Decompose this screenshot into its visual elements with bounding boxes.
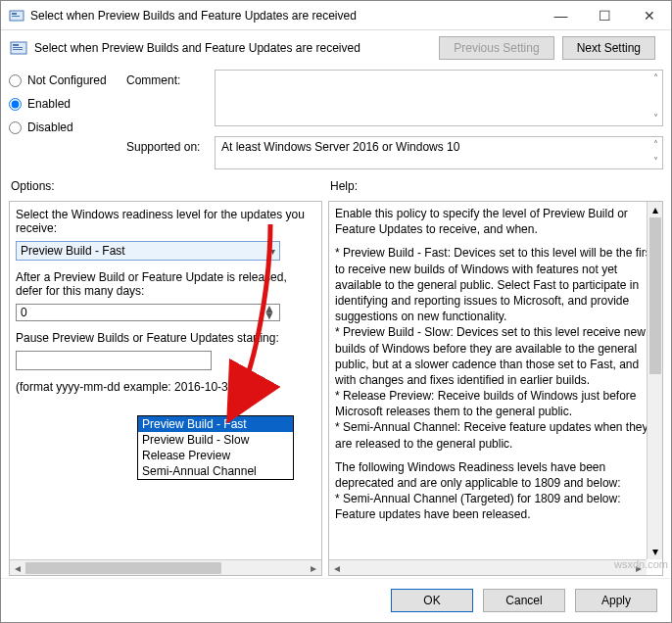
ok-button[interactable]: OK [391, 589, 473, 612]
dialog-footer: OK Cancel Apply [1, 578, 671, 622]
pause-label: Pause Preview Builds or Feature Updates … [16, 331, 315, 345]
scroll-left-icon[interactable]: ◂ [10, 561, 25, 575]
options-horizontal-scrollbar[interactable]: ◂ ▸ [10, 559, 321, 575]
next-setting-button[interactable]: Next Setting [562, 36, 655, 60]
options-pane: Select the Windows readiness level for t… [9, 201, 322, 576]
help-title: Help: [330, 179, 358, 193]
svg-rect-2 [12, 16, 20, 17]
app-icon [9, 8, 24, 24]
options-title: Options: [11, 179, 330, 193]
help-paragraph: The following Windows Readiness levels h… [335, 459, 656, 491]
help-paragraph: * Semi-Annual Channel (Targeted) for 180… [335, 491, 656, 522]
radio-disabled[interactable]: Disabled [9, 120, 126, 134]
radio-label: Enabled [27, 97, 71, 111]
comment-textarea[interactable]: ˄ ˅ [215, 70, 663, 126]
help-vertical-scrollbar[interactable]: ▴ ▾ [647, 202, 662, 559]
scrollbar-thumb[interactable] [649, 217, 661, 374]
help-paragraph: Enable this policy to specify the level … [335, 206, 656, 237]
supported-label: Supported on: [126, 136, 209, 154]
minimize-button[interactable]: — [539, 1, 583, 30]
defer-label: After a Preview Build or Feature Update … [16, 270, 315, 298]
supported-on-box: At least Windows Server 2016 or Windows … [215, 136, 663, 169]
scroll-left-icon: ◂ [329, 561, 345, 575]
watermark: wsxdn.com [614, 558, 668, 570]
defer-days-spinner[interactable]: 0 ▲▼ [16, 304, 280, 321]
chevron-down-icon: ▾ [270, 246, 275, 257]
spin-down-icon[interactable]: ▼ [264, 312, 275, 319]
svg-rect-6 [13, 49, 23, 50]
scroll-down-icon: ˅ [653, 113, 658, 123]
defer-value: 0 [21, 306, 27, 319]
radio-enabled[interactable]: Enabled [9, 97, 126, 111]
close-button[interactable]: ✕ [627, 1, 671, 30]
previous-setting-button: Previous Setting [439, 36, 553, 60]
radio-not-configured[interactable]: Not Configured [9, 73, 126, 87]
maximize-button[interactable]: ☐ [583, 1, 627, 30]
policy-icon [9, 38, 28, 58]
scrollbar-thumb[interactable] [25, 562, 221, 574]
apply-button[interactable]: Apply [575, 589, 657, 612]
titlebar: Select when Preview Builds and Feature U… [1, 1, 671, 30]
window-title: Select when Preview Builds and Feature U… [30, 9, 539, 23]
readiness-dropdown-list[interactable]: Preview Build - Fast Preview Build - Slo… [137, 415, 294, 480]
cancel-button[interactable]: Cancel [483, 589, 565, 612]
scroll-down-icon: ˅ [653, 156, 658, 167]
radio-label: Not Configured [27, 73, 107, 87]
help-paragraph: * Preview Build - Slow: Devices set to t… [335, 324, 656, 388]
scroll-right-icon[interactable]: ▸ [306, 561, 321, 575]
scroll-up-icon[interactable]: ▴ [652, 202, 658, 217]
readiness-label: Select the Windows readiness level for t… [16, 208, 315, 235]
dropdown-item[interactable]: Release Preview [138, 448, 293, 463]
readiness-combobox[interactable]: Preview Build - Fast ▾ [16, 241, 280, 261]
subheader-title: Select when Preview Builds and Feature U… [34, 41, 439, 55]
subheader: Select when Preview Builds and Feature U… [1, 30, 671, 66]
scroll-up-icon: ˄ [653, 139, 658, 150]
svg-rect-4 [13, 44, 19, 46]
help-horizontal-scrollbar: ◂ ▸ [329, 559, 647, 575]
scroll-up-icon: ˄ [653, 72, 658, 83]
radio-label: Disabled [27, 120, 73, 134]
svg-rect-5 [13, 47, 23, 48]
help-paragraph: * Release Preview: Receive builds of Win… [335, 388, 656, 419]
dropdown-item[interactable]: Preview Build - Fast [138, 416, 293, 432]
format-hint: (format yyyy-mm-dd example: 2016-10-30) [16, 380, 315, 394]
help-paragraph: * Semi-Annual Channel: Receive feature u… [335, 419, 656, 451]
help-paragraph: * Preview Build - Fast: Devices set to t… [335, 245, 656, 324]
supported-on-value: At least Windows Server 2016 or Windows … [221, 140, 459, 154]
dropdown-item[interactable]: Preview Build - Slow [138, 432, 293, 448]
help-pane: Enable this policy to specify the level … [328, 201, 663, 576]
svg-rect-1 [12, 13, 17, 15]
pause-date-input[interactable] [16, 351, 212, 370]
dropdown-item[interactable]: Semi-Annual Channel [138, 463, 293, 479]
comment-label: Comment: [126, 70, 209, 87]
readiness-value: Preview Build - Fast [21, 244, 125, 258]
scroll-down-icon[interactable]: ▾ [652, 544, 658, 559]
